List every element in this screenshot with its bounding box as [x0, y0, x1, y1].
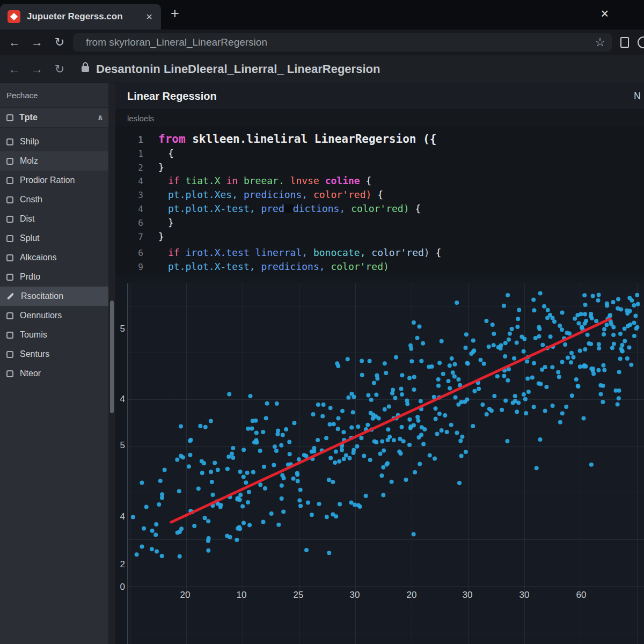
code-text: if irot.X.test linerral, bonocate, color… — [143, 246, 441, 260]
sidebar-item-oennutiors[interactable]: Oennutiors — [0, 306, 115, 325]
code-token: coline — [325, 175, 366, 186]
line-number: 2 — [115, 161, 143, 175]
sidebar-item-label: Prodior Ration — [20, 175, 75, 185]
code-token: from — [158, 133, 192, 145]
line-number: 4 — [115, 202, 143, 216]
sidebar-item-rsocitation[interactable]: Rsocitation — [0, 287, 115, 306]
code-text: pt.plot.X-test, predicions, color'red) — [143, 260, 389, 274]
code-token: irot.X.test — [186, 247, 255, 258]
body-row: Pechace Tpte ∧ ShilpMolzProdior RationCn… — [0, 83, 644, 644]
sidebar-item-label: Molz — [20, 156, 38, 166]
x-tick-label: 20 — [402, 590, 421, 601]
sidebar-item-dist[interactable]: Dist — [0, 209, 115, 229]
sidebar-item-alkcaions[interactable]: Alkcaions — [0, 248, 115, 267]
tab-bar: Jupueter Regerss.con × + × — [0, 0, 644, 30]
tab-close-icon[interactable]: × — [145, 11, 153, 23]
x-tick-label: 30 — [346, 590, 364, 601]
sidebar-item-label: Senturs — [20, 349, 49, 359]
code-token: linerral, — [255, 247, 313, 258]
new-tab-button[interactable]: + — [171, 5, 179, 22]
code-token: lnvse — [290, 175, 325, 186]
profile-icon[interactable] — [638, 36, 644, 48]
tab-title: Jupueter Regerss.con — [27, 11, 138, 22]
back-icon[interactable]: ← — [3, 35, 26, 49]
code-line: 7} — [115, 230, 644, 244]
code-token: { — [415, 203, 421, 214]
sidebar-item-prdto[interactable]: Prdto — [0, 267, 115, 287]
sidebar-item-shilp[interactable]: Shilp — [0, 132, 115, 151]
sidebar-item-prodior-ration[interactable]: Prodior Ration — [0, 171, 115, 190]
notebook-tab[interactable]: lesloels — [127, 114, 154, 123]
sidebar-item-nteor[interactable]: Nteor — [0, 364, 115, 383]
line-number: 1 — [115, 133, 143, 147]
code-line: 4if tiat.X in breear. lnvse coline { — [115, 174, 644, 188]
forward-icon[interactable]: → — [26, 35, 48, 49]
code-token: { — [168, 148, 174, 159]
browser-window: Jupueter Regerss.con × + × ← → ↻ from sk… — [0, 0, 644, 644]
shield-icon — [6, 177, 13, 184]
code-token: in — [226, 175, 244, 186]
code-token: dictions, — [293, 203, 351, 214]
sidebar-item-label: Alkcaions — [20, 253, 56, 262]
chart-icon — [6, 196, 13, 203]
line-number: 4 — [115, 174, 143, 188]
code-token: { — [436, 247, 442, 258]
page-title: Linear Regession — [127, 90, 634, 103]
x-tick-label: 30 — [515, 590, 533, 601]
x-tick-label: 60 — [572, 590, 590, 601]
sidebar-item-label: Prdto — [20, 272, 40, 282]
code-token: breear. — [244, 175, 290, 186]
sidebar-item-senturs[interactable]: Senturs — [0, 345, 115, 364]
page-icon[interactable] — [620, 37, 629, 48]
x-tick-label: 25 — [289, 590, 308, 601]
code-line: 4pt.plot.X-test, preddictions, color'red… — [115, 202, 644, 216]
code-token: if — [168, 175, 186, 186]
monitor-icon — [6, 370, 13, 377]
reload-icon[interactable]: ↻ — [48, 62, 71, 76]
code-token: predicions, — [244, 189, 313, 200]
code-editor[interactable]: 1from sklleen.lineliral LinearRegersion … — [115, 127, 644, 276]
reload-icon[interactable]: ↻ — [48, 35, 71, 49]
pencil-icon — [7, 292, 14, 299]
code-text: { — [143, 147, 174, 160]
code-token: color'red) — [351, 203, 415, 214]
y-tick-label: 2 — [115, 559, 125, 570]
grid-icon — [6, 216, 13, 223]
browser-tab[interactable]: Jupueter Regerss.con × — [0, 4, 161, 30]
code-text: if tiat.X in breear. lnvse coline { — [143, 174, 371, 188]
chart-panel: 545420 2010253020303060 — [115, 276, 644, 644]
forward-icon[interactable]: → — [26, 62, 48, 76]
server-icon — [6, 351, 13, 358]
sidebar-item-label: Dist — [20, 214, 35, 224]
scatter-plot — [128, 283, 644, 644]
back-icon[interactable]: ← — [3, 62, 26, 76]
sidebar-item-cnsth[interactable]: Cnsth — [0, 190, 115, 209]
sidebar-item-splut[interactable]: Splut — [0, 229, 115, 248]
sidebar-item-molz[interactable]: Molz — [0, 151, 115, 171]
code-token: predicions, — [261, 261, 331, 272]
window-close-icon[interactable]: × — [601, 6, 609, 21]
line-number: 3 — [115, 188, 143, 202]
code-token: } — [158, 231, 164, 242]
line-number: 6 — [115, 216, 143, 230]
sidebar-items: ShilpMolzProdior RationCnsthDistSplutAlk… — [0, 128, 115, 383]
chevron-up-icon[interactable]: ∧ — [97, 113, 104, 122]
sidebar-scrollbar[interactable] — [110, 301, 114, 413]
code-line: 2} — [115, 160, 644, 174]
code-token: { — [365, 175, 371, 186]
x-tick-label: 30 — [458, 590, 477, 601]
plot-area — [127, 283, 644, 644]
main-header: Linear Regession N — [115, 83, 644, 110]
code-token: pred — [261, 203, 284, 214]
code-line: 3pt.plot.Xes, predicions, color'red) { — [115, 188, 644, 202]
bookmark-star-icon[interactable]: ☆ — [595, 35, 605, 49]
document-title: Desantonin LineDleeral_Linerral_ LinearR… — [96, 62, 380, 76]
sidebar-item-toumis[interactable]: Toumis — [0, 325, 115, 345]
line-number: 7 — [115, 230, 143, 244]
url-bar[interactable]: from skyrloran_Lineral_LinearRegersion ☆ — [73, 33, 612, 52]
sidebar-section-toggle[interactable]: Tpte ∧ — [0, 108, 115, 128]
code-token: color'red) — [313, 189, 377, 200]
y-tick-label: 4 — [115, 511, 125, 522]
code-token: pt.plot.Xes, — [168, 189, 244, 200]
code-text: from sklleen.lineliral LinearRegersion (… — [143, 133, 436, 147]
